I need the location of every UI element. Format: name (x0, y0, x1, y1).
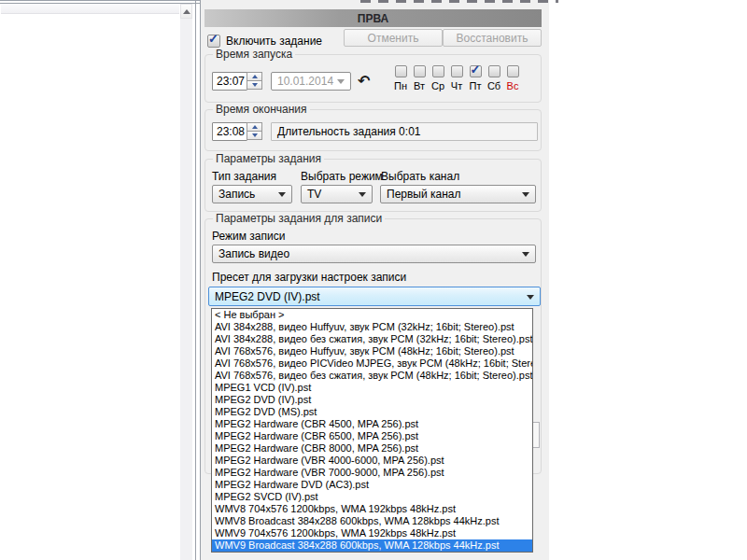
weekday-checkbox[interactable] (507, 65, 519, 77)
preset-option[interactable]: MPEG2 Hardware (VBR 7000-9000, MPA 256).… (212, 467, 532, 479)
weekday-item: Ср (429, 65, 447, 91)
weekday-checkbox[interactable] (451, 65, 463, 77)
weekday-label: Вт (414, 80, 425, 91)
weekday-label: Пт (470, 80, 482, 91)
preset-option[interactable]: < Не выбран > (212, 309, 532, 321)
chevron-down-icon (278, 192, 286, 197)
preset-option[interactable]: AVI 768x576, видео PICVideo MJPEG, звук … (212, 357, 532, 370)
record-params-group-label: Параметры задания для записи (213, 212, 385, 225)
task-params-group-label: Параметры задания (213, 152, 324, 165)
chevron-down-icon (522, 192, 529, 197)
preset-label: Пресет для загрузки настроек записи (212, 271, 406, 284)
end-time-spin-down[interactable] (247, 131, 262, 140)
enable-task-checkbox[interactable] (207, 35, 220, 48)
preset-option[interactable]: AVI 384x288, видео без сжатия, звук PCM … (212, 333, 532, 345)
panel-divider-outer (195, 0, 196, 560)
cancel-button[interactable]: Отменить (344, 29, 443, 47)
preset-option[interactable]: MPEG2 Hardware (CBR 4500, MPA 256).pst (212, 418, 532, 430)
chevron-down-icon (359, 192, 366, 197)
weekday-item: Чт (447, 65, 466, 91)
start-date-combobox[interactable]: 10.01.2014 (271, 72, 351, 91)
weekday-checkboxes: Пн Вт Ср Чт Пт Сб Вс (391, 65, 524, 91)
spin-down-icon (252, 83, 258, 87)
spin-down-icon (252, 133, 258, 137)
preset-option[interactable]: MPEG2 SVCD (IV).pst (212, 491, 532, 503)
preset-option[interactable]: AVI 384x288, видео Huffyuv, звук PCM (32… (212, 321, 532, 333)
chevron-down-icon (337, 79, 345, 84)
preset-option[interactable]: MPEG2 DVD (MS).pst (212, 406, 532, 418)
weekday-label: Пн (394, 80, 407, 91)
weekday-item: Вт (410, 65, 429, 91)
task-type-value: Запись (218, 188, 255, 201)
restore-button-label: Восстановить (457, 32, 529, 45)
weekday-label: Чт (451, 80, 462, 91)
preset-option[interactable]: MPEG2 DVD (IV).pst (212, 394, 532, 406)
enable-task-row: Включить задание (207, 35, 322, 48)
mode-label: Выбрать режим (301, 170, 383, 183)
channel-title: ПРВА (358, 12, 388, 25)
start-time-group-label: Время запуска (213, 48, 295, 61)
restore-button[interactable]: Восстановить (443, 29, 542, 47)
preset-option[interactable]: MPEG2 Hardware (CBR 8000, MPA 256).pst (212, 442, 532, 455)
clipped-top-text-fragment (360, 0, 558, 3)
weekday-checkbox[interactable] (432, 65, 444, 77)
preset-dropdown-list: < Не выбран >AVI 384x288, видео Huffyuv,… (211, 308, 533, 553)
preset-option[interactable]: WMV9 Broadcast 384x288 600kbps, WMA 128k… (212, 539, 532, 552)
channel-header: ПРВА (204, 9, 542, 27)
weekday-item: Сб (485, 65, 503, 91)
spin-up-icon (252, 125, 258, 129)
scroll-up-icon (183, 9, 190, 14)
start-date-value: 10.01.2014 (277, 75, 333, 88)
start-time-spin-down[interactable] (247, 80, 262, 90)
weekday-checkbox[interactable] (395, 65, 407, 77)
preset-option[interactable]: MPEG1 VCD (IV).pst (212, 382, 532, 394)
list-scrollbar[interactable] (180, 4, 192, 560)
spin-up-icon (252, 75, 258, 78)
cancel-button-label: Отменить (368, 32, 419, 45)
panel-border-top-outer (0, 0, 200, 1)
weekday-item: Пн (391, 65, 410, 91)
weekday-item: Вс (503, 65, 522, 91)
task-list-panel (0, 0, 200, 560)
record-mode-value: Запись видео (218, 247, 289, 260)
end-time-input[interactable]: 23:08 (212, 122, 247, 141)
end-time-spinner (247, 122, 262, 141)
list-header (1, 4, 179, 14)
preset-option[interactable]: AVI 768x576, видео Huffyuv, звук PCM (48… (212, 345, 532, 357)
chevron-down-icon (522, 252, 529, 257)
undo-icon[interactable]: ↶ (358, 74, 370, 89)
channel-combobox[interactable]: Первый канал (380, 185, 536, 203)
task-type-label: Тип задания (212, 170, 276, 183)
preset-option[interactable]: MPEG2 Hardware (CBR 6500, MPA 256).pst (212, 430, 532, 442)
preset-option[interactable]: AVI 768x576, видео без сжатия, звук PCM … (212, 370, 532, 382)
weekday-label: Вс (507, 80, 519, 91)
weekday-checkbox[interactable] (414, 65, 426, 77)
preset-option[interactable]: MPEG2 Hardware DVD (AC3).pst (212, 479, 532, 491)
record-mode-combobox[interactable]: Запись видео (212, 245, 536, 263)
channel-value: Первый канал (387, 188, 461, 201)
preset-option[interactable]: WMV8 Broadcast 384x288 600kbps, WMA 128k… (212, 515, 532, 527)
chevron-down-icon (527, 295, 534, 300)
duration-field: Длительность задания 0:01 (271, 122, 538, 141)
weekday-checkbox[interactable] (488, 65, 500, 77)
preset-value: MPEG2 DVD (IV).pst (215, 290, 320, 303)
end-time-group-label: Время окончания (213, 103, 310, 116)
start-time-spinner (247, 72, 262, 91)
start-time-value: 23:07 (217, 75, 245, 88)
enable-task-label: Включить задание (226, 35, 322, 48)
preset-option[interactable]: WMV8 704x576 1200kbps, WMA 192kbps 48kHz… (212, 503, 532, 515)
preset-combobox[interactable]: MPEG2 DVD (IV).pst (208, 287, 541, 306)
task-type-combobox[interactable]: Запись (212, 185, 292, 203)
weekday-label: Сб (487, 80, 500, 91)
weekday-item: Пт (466, 65, 485, 91)
weekday-label: Ср (431, 80, 444, 91)
preset-option[interactable]: WMV9 704x576 1200kbps, WMA 192kbps 48kHz… (212, 527, 532, 539)
preset-option[interactable]: MPEG2 Hardware (VBR 4000-6000, MPA 256).… (212, 455, 532, 467)
weekday-checkbox[interactable] (470, 65, 482, 77)
start-time-input[interactable]: 23:07 (212, 72, 247, 91)
channel-label: Выбрать канал (381, 170, 459, 183)
duration-text: Длительность задания 0:01 (277, 125, 420, 138)
mode-combobox[interactable]: TV (301, 185, 373, 203)
record-mode-label: Режим записи (212, 230, 285, 243)
scroll-up-button[interactable] (180, 4, 192, 19)
